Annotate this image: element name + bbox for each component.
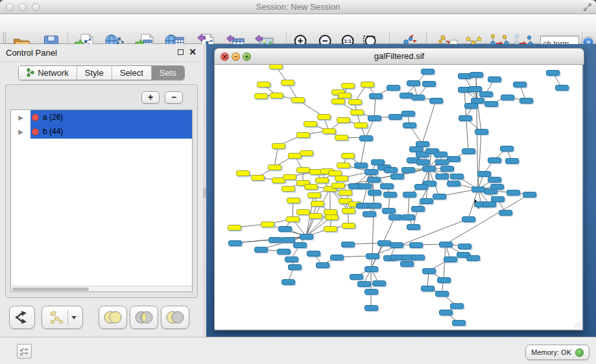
graph-node[interactable] (281, 186, 295, 192)
graph-node[interactable] (421, 69, 435, 74)
resize-grip-icon[interactable] (572, 319, 581, 328)
graph-node[interactable] (296, 209, 310, 215)
graph-node[interactable] (416, 159, 430, 165)
graph-node[interactable] (466, 255, 480, 261)
graph-node[interactable] (484, 101, 498, 107)
graph-node[interactable] (477, 171, 491, 177)
graph-node[interactable] (435, 159, 449, 165)
graph-node[interactable] (358, 183, 372, 189)
graph-node[interactable] (324, 226, 337, 232)
graph-node[interactable] (285, 256, 298, 262)
graph-node[interactable] (261, 222, 274, 227)
scrollbar-thumb[interactable] (12, 288, 89, 291)
graph-node[interactable] (363, 211, 376, 217)
graph-node[interactable] (254, 93, 268, 99)
graph-node[interactable] (444, 256, 457, 262)
split-set-button[interactable] (9, 306, 35, 329)
graph-node[interactable] (407, 224, 420, 230)
graph-node[interactable] (439, 310, 453, 315)
graph-node[interactable] (269, 65, 283, 69)
graph-node[interactable] (523, 192, 536, 198)
graph-node[interactable] (281, 279, 295, 285)
set-difference-button[interactable] (161, 306, 189, 329)
graph-node[interactable] (471, 187, 485, 192)
graph-node[interactable] (288, 264, 302, 270)
tab-network[interactable]: Network (19, 66, 77, 80)
graph-node[interactable] (488, 177, 501, 183)
set-intersection-button[interactable] (130, 306, 158, 329)
graph-node[interactable] (499, 210, 512, 216)
graph-node[interactable] (268, 237, 282, 243)
graph-node[interactable] (228, 240, 242, 246)
graph-node[interactable] (287, 198, 300, 203)
graph-node[interactable] (359, 135, 373, 141)
graph-node[interactable] (388, 214, 402, 220)
graph-node[interactable] (350, 274, 363, 280)
graph-node[interactable] (505, 158, 519, 164)
graph-node[interactable] (369, 93, 383, 99)
graph-node[interactable] (372, 280, 386, 286)
graph-node[interactable] (403, 122, 416, 128)
graph-node[interactable] (411, 255, 425, 260)
graph-node[interactable] (411, 95, 425, 100)
close-panel-icon[interactable]: ✕ (189, 47, 197, 57)
graph-node[interactable] (338, 93, 352, 98)
horizontal-scrollbar[interactable] (11, 286, 192, 291)
graph-node[interactable] (364, 289, 378, 295)
graph-node[interactable] (519, 98, 533, 104)
graph-node[interactable] (387, 85, 400, 91)
graph-node[interactable] (422, 268, 436, 274)
graph-node[interactable] (236, 170, 250, 176)
graph-node[interactable] (341, 153, 355, 159)
graph-node[interactable] (367, 177, 381, 183)
graph-node[interactable] (304, 121, 317, 127)
graph-node[interactable] (315, 177, 329, 183)
graph-node[interactable] (383, 192, 397, 198)
graph-node[interactable] (390, 174, 404, 179)
graph-node[interactable] (400, 261, 414, 267)
graph-node[interactable] (384, 167, 398, 173)
graph-node[interactable] (270, 93, 283, 98)
graph-node[interactable] (354, 122, 368, 128)
graph-node[interactable] (470, 72, 483, 78)
graph-node[interactable] (388, 114, 402, 120)
expand-arrow-icon[interactable]: ▶ (11, 128, 30, 135)
graph-node[interactable] (459, 115, 472, 121)
window-titlebar[interactable]: Session: New Session (0, 0, 596, 14)
graph-node[interactable] (507, 190, 520, 196)
remove-set-button[interactable]: − (165, 91, 183, 104)
graph-node[interactable] (399, 93, 413, 98)
graph-node[interactable] (450, 303, 464, 309)
graph-node[interactable] (316, 262, 329, 268)
graph-node[interactable] (490, 184, 504, 190)
graph-node[interactable] (342, 223, 355, 229)
graph-node[interactable] (348, 99, 362, 105)
graph-node[interactable] (462, 216, 475, 222)
graph-node[interactable] (475, 129, 488, 135)
graph-node[interactable] (300, 150, 313, 156)
graph-node[interactable] (435, 174, 449, 179)
graph-node[interactable] (286, 216, 300, 222)
graph-node[interactable] (501, 95, 514, 100)
graph-node[interactable] (368, 190, 381, 196)
graph-node[interactable] (433, 194, 446, 199)
graph-node[interactable] (309, 213, 322, 219)
graph-node[interactable] (437, 277, 451, 283)
graph-node[interactable] (488, 157, 501, 163)
graph-node[interactable] (300, 234, 313, 240)
float-panel-icon[interactable] (178, 49, 184, 55)
graph-node[interactable] (354, 163, 368, 168)
graph-node[interactable] (281, 237, 295, 243)
graph-node[interactable] (377, 240, 391, 246)
set-list-item[interactable]: ▶ b (44) (11, 124, 192, 139)
graph-node[interactable] (272, 143, 285, 149)
graph-node[interactable] (422, 81, 436, 87)
graph-node[interactable] (364, 305, 378, 311)
graph-node[interactable] (337, 117, 350, 123)
graph-node[interactable] (414, 184, 428, 190)
set-list-item[interactable]: ▶ a (26) (11, 110, 192, 124)
graph-node[interactable] (452, 320, 466, 326)
graph-node[interactable] (458, 244, 471, 249)
graph-node[interactable] (304, 184, 318, 190)
graph-node[interactable] (311, 201, 324, 207)
